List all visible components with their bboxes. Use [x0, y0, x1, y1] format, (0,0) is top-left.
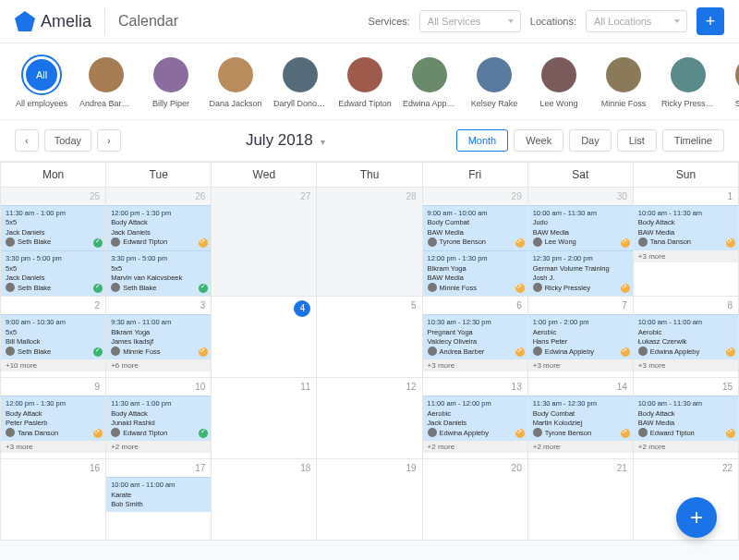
- employee-filter[interactable]: Dana Jackson: [209, 55, 262, 108]
- employee-filter[interactable]: Minnie Foss: [597, 55, 650, 108]
- employee-name: Dana Jackson: [209, 99, 262, 108]
- event[interactable]: 10:30 am - 12:30 pmPregnant YogaValdecy …: [423, 314, 527, 359]
- more-events-link[interactable]: +2 more: [528, 441, 633, 453]
- event[interactable]: 3:30 pm - 5:00 pm5x5Jack DanielsSeth Bla…: [1, 250, 105, 296]
- employee-filter[interactable]: Andrea Barber: [79, 55, 133, 108]
- more-events-link[interactable]: +3 more: [634, 359, 738, 371]
- calendar-cell[interactable]: 1011:30 am - 1:00 pmBody AttackJunaid Ra…: [106, 378, 212, 459]
- more-events-link[interactable]: +2 more: [423, 441, 527, 453]
- view-month-button[interactable]: Month: [456, 129, 509, 152]
- calendar-cell[interactable]: 18: [212, 459, 317, 541]
- day-number: 26: [106, 188, 211, 205]
- day-number: 11: [212, 378, 316, 396]
- calendar-cell[interactable]: 21: [527, 459, 633, 541]
- event[interactable]: 10:00 am - 11:00 amAerobicŁukasz Czerwik…: [634, 314, 738, 359]
- view-timeline-button[interactable]: Timeline: [662, 129, 724, 152]
- employee-name: All employees: [15, 99, 68, 108]
- view-day-button[interactable]: Day: [569, 129, 612, 152]
- event[interactable]: 1:00 pm - 2:00 pmAerobicHans PeterEdwina…: [528, 314, 633, 359]
- employee-name: Minnie Foss: [597, 99, 650, 108]
- more-events-link[interactable]: +2 more: [106, 441, 211, 453]
- calendar-cell[interactable]: 27: [212, 188, 317, 297]
- event[interactable]: 11:30 am - 1:00 pmBody AttackJunaid Rash…: [106, 396, 211, 441]
- event-time: 11:00 am - 12:00 pm: [428, 399, 523, 408]
- chevron-right-icon: ›: [107, 135, 111, 146]
- calendar-cell[interactable]: 19: [317, 459, 422, 541]
- employee-filter[interactable]: Seth Blak: [726, 55, 739, 108]
- day-number: 7: [528, 297, 633, 314]
- month-title: July 2018: [246, 131, 313, 149]
- event[interactable]: 11:30 am - 12:30 pmBody CombatMartin Kol…: [528, 396, 633, 441]
- calendar-cell[interactable]: 3010:00 am - 11:30 amJudoBAW MediaLee Wo…: [527, 188, 633, 297]
- event-customer: Bob Smith: [111, 500, 206, 508]
- calendar-cell[interactable]: 4: [212, 297, 317, 378]
- calendar-cell[interactable]: 28: [317, 188, 422, 297]
- event[interactable]: 9:00 am - 10:30 am5x5Bill MallockSeth Bl…: [1, 314, 105, 359]
- calendar-cell[interactable]: 110:00 am - 11:30 amBody AttackBAW Media…: [633, 188, 738, 297]
- calendar-cell[interactable]: 2511:30 am - 1:00 pm5x5Jack DanielsSeth …: [1, 188, 106, 297]
- view-list-button[interactable]: List: [617, 129, 657, 152]
- more-events-link[interactable]: +6 more: [106, 359, 211, 371]
- calendar-cell[interactable]: 1411:30 am - 12:30 pmBody CombatMartin K…: [527, 378, 633, 459]
- locations-select[interactable]: All Locations: [586, 10, 687, 32]
- event[interactable]: 10:00 am - 11:30 amBody AttackBAW MediaT…: [634, 205, 738, 250]
- employee-filter[interactable]: Edwina Appl…: [403, 55, 456, 108]
- prev-button[interactable]: ‹: [15, 129, 39, 152]
- calendar-cell[interactable]: 20: [422, 459, 527, 541]
- more-events-link[interactable]: +2 more: [634, 441, 738, 453]
- calendar-cell[interactable]: 1710:00 am - 11:00 amKarateBob Smith: [106, 459, 212, 541]
- more-events-link[interactable]: +3 more: [1, 441, 105, 453]
- event[interactable]: 9:00 am - 10:00 amBody CombatBAW MediaTy…: [423, 205, 527, 250]
- event[interactable]: 11:30 am - 1:00 pm5x5Jack DanielsSeth Bl…: [1, 205, 105, 250]
- event[interactable]: 12:00 pm - 1:30 pmBody AttackJack Daniel…: [106, 205, 211, 250]
- calendar-cell[interactable]: 1311:00 am - 12:00 pmAerobicJack Daniels…: [422, 378, 527, 459]
- employee-filter[interactable]: Edward Tipton: [338, 55, 392, 108]
- calendar-cell[interactable]: 29:00 am - 10:30 am5x5Bill MallockSeth B…: [1, 297, 106, 378]
- add-button[interactable]: +: [697, 7, 724, 35]
- event[interactable]: 10:00 am - 11:30 amBody AttackBAW MediaE…: [634, 396, 738, 441]
- next-button[interactable]: ›: [97, 129, 121, 152]
- calendar-cell[interactable]: 299:00 am - 10:00 amBody CombatBAW Media…: [422, 188, 527, 297]
- event[interactable]: 12:00 pm - 1:30 pmBody AttackPeter Pasie…: [1, 396, 105, 441]
- today-button[interactable]: Today: [44, 129, 91, 152]
- event[interactable]: 9:30 am - 11:00 amBikram YogaJames Ikads…: [106, 314, 211, 359]
- more-events-link[interactable]: +3 more: [423, 359, 527, 371]
- employee-filter[interactable]: Billy Piper: [144, 55, 198, 108]
- event[interactable]: 3:30 pm - 5:00 pm5x5Marvin van Kalcvsbee…: [106, 250, 211, 296]
- event[interactable]: 10:00 am - 11:00 amKarateBob Smith: [106, 477, 211, 512]
- event[interactable]: 12:30 pm - 2:00 pmGerman Volume Training…: [528, 250, 633, 296]
- calendar-cell[interactable]: 1510:00 am - 11:30 amBody AttackBAW Medi…: [633, 378, 738, 459]
- calendar-cell[interactable]: 912:00 pm - 1:30 pmBody AttackPeter Pasi…: [1, 378, 106, 459]
- more-events-link[interactable]: +3 more: [528, 359, 633, 371]
- calendar-cell[interactable]: 610:30 am - 12:30 pmPregnant YogaValdecy…: [422, 297, 527, 378]
- fab-add-button[interactable]: +: [676, 497, 717, 538]
- event-customer: Martin Kolodziej: [533, 419, 628, 427]
- avatar: [6, 283, 15, 292]
- chevron-down-icon[interactable]: ▾: [321, 137, 325, 147]
- calendar-cell[interactable]: 16: [1, 459, 106, 541]
- event[interactable]: 12:00 pm - 1:30 pmBikram YogaBAW MediaMi…: [423, 250, 527, 296]
- calendar-cell[interactable]: 39:30 am - 11:00 amBikram YogaJames Ikad…: [106, 297, 212, 378]
- event-title: Body Attack: [111, 409, 206, 418]
- calendar-cell[interactable]: 810:00 am - 11:00 amAerobicŁukasz Czerwi…: [633, 297, 738, 378]
- event-customer: BAW Media: [428, 228, 523, 237]
- employee-filter[interactable]: Kelsey Rake: [467, 55, 521, 108]
- employee-filter[interactable]: Ricky Pressley: [661, 55, 715, 108]
- employee-filter[interactable]: AllAll employees: [15, 55, 68, 108]
- calendar-cell[interactable]: 2612:00 pm - 1:30 pmBody AttackJack Dani…: [106, 188, 212, 297]
- services-select[interactable]: All Services: [419, 10, 521, 32]
- employee-filter[interactable]: Lee Wong: [532, 55, 586, 108]
- event[interactable]: 10:00 am - 11:30 amJudoBAW MediaLee Wong: [528, 205, 633, 250]
- more-events-link[interactable]: +10 more: [1, 359, 105, 371]
- event-time: 11:30 am - 12:30 pm: [533, 399, 628, 408]
- more-events-link[interactable]: +3 more: [634, 250, 738, 262]
- event-customer: Jack Daniels: [111, 228, 206, 237]
- event[interactable]: 11:00 am - 12:00 pmAerobicJack DanielsEd…: [423, 396, 527, 441]
- calendar-cell[interactable]: 11: [212, 378, 317, 459]
- calendar-cell[interactable]: 12: [317, 378, 422, 459]
- calendar-cell[interactable]: 5: [317, 297, 422, 378]
- calendar-cell[interactable]: 71:00 pm - 2:00 pmAerobicHans PeterEdwin…: [527, 297, 633, 378]
- event-assignee: Minnie Foss: [123, 347, 160, 356]
- employee-filter[interactable]: Daryll Donov…: [273, 55, 327, 108]
- view-week-button[interactable]: Week: [514, 129, 563, 152]
